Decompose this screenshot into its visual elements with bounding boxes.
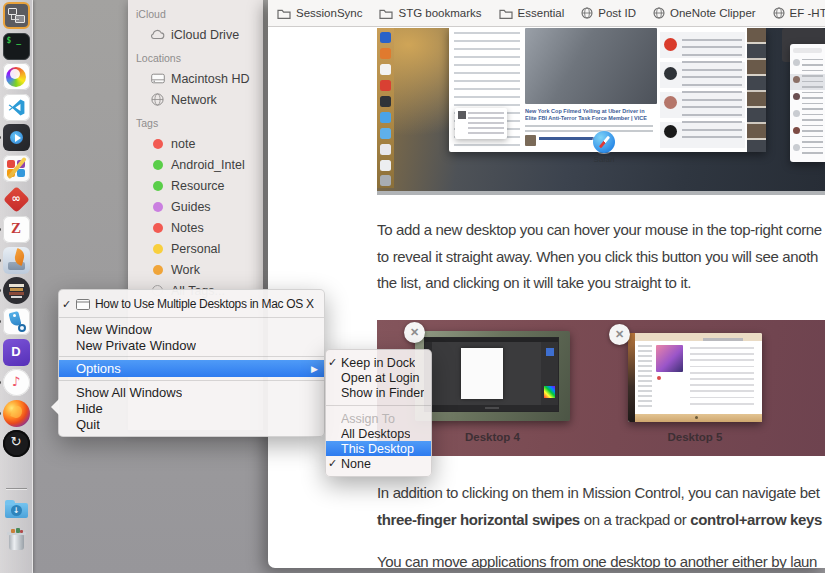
- menu-item-this-desktop[interactable]: This Desktop: [326, 441, 431, 456]
- bookmark-label: OneNote Clipper: [670, 7, 756, 19]
- text-line: to reveal it straight away. When you cli…: [377, 244, 825, 271]
- menu-item-label: Open at Login: [341, 371, 420, 385]
- mc-messages-avatars: [793, 59, 800, 66]
- menu-item-options[interactable]: Options▶: [59, 360, 324, 377]
- running-indicator: [0, 136, 1, 139]
- dock-icon-books[interactable]: [3, 277, 30, 304]
- dock-icon-terminal[interactable]: $ _: [3, 33, 30, 60]
- dock-icon-media-player[interactable]: [3, 124, 30, 151]
- running-indicator: [0, 259, 1, 262]
- menu-separator: [59, 356, 324, 357]
- dock-icon-trash-full[interactable]: [3, 526, 30, 553]
- menu-item-label: Assign To: [341, 412, 395, 426]
- dock-icon-workflow-app[interactable]: [3, 2, 30, 29]
- bookmark-sessionsync[interactable]: SessionSync: [277, 7, 362, 19]
- sidebar-item-label: Macintosh HD: [171, 72, 250, 86]
- menu-item-assign-to: Assign To: [326, 411, 431, 426]
- sidebar-item-label: Resource: [171, 179, 225, 193]
- sidebar-item-resource[interactable]: Resource: [128, 175, 263, 196]
- menu-item-how-to-use-multiple-desktops-in-mac-os-x[interactable]: ✓How to Use Multiple Desktops in Mac OS …: [59, 294, 324, 314]
- sidebar-section-tags: Tags: [128, 110, 263, 133]
- menu-item-label: New Window: [76, 322, 152, 337]
- sidebar-item-work[interactable]: Work: [128, 259, 263, 280]
- dock-icon-vscode[interactable]: [3, 94, 30, 121]
- bookmark-globe-icon: [581, 7, 593, 19]
- menu-item-keep-in-dock[interactable]: ✓Keep in Dock: [326, 355, 431, 370]
- menu-item-none[interactable]: ✓None: [326, 456, 431, 471]
- close-desktop-5-icon: ✕: [609, 324, 630, 345]
- sidebar-section-icloud: iCloud: [128, 1, 263, 24]
- menu-item-new-private-window[interactable]: New Private Window: [59, 337, 324, 353]
- options-submenu: ✓Keep in DockOpen at LoginShow in Finder…: [325, 349, 432, 477]
- bookmarks-bar[interactable]: SessionSyncSTG bookmarksEssentialPost ID…: [268, 0, 825, 27]
- running-indicator: [0, 228, 1, 231]
- menu-item-hide[interactable]: Hide: [59, 400, 324, 416]
- desktop-4-thumbnail: [415, 331, 570, 421]
- dock-icon-downloads-folder[interactable]: ↓: [3, 495, 30, 522]
- dock-icon-sync-app[interactable]: ∞: [3, 186, 30, 213]
- dock-icon-firefox[interactable]: [3, 400, 30, 427]
- bookmark-essential[interactable]: Essential: [499, 7, 565, 19]
- safari-app-label: Safari: [584, 155, 624, 164]
- dock-icon-planner[interactable]: [3, 155, 30, 182]
- bookmark-onenote-clipper[interactable]: OneNote Clipper: [653, 7, 756, 19]
- dock-icon-color-wheel[interactable]: [3, 63, 30, 90]
- bookmark-post-id[interactable]: Post ID: [581, 7, 636, 19]
- hard-drive-icon: [150, 72, 165, 86]
- menu-item-all-desktops[interactable]: All Desktops: [326, 426, 431, 441]
- sidebar-item-notes[interactable]: Notes: [128, 217, 263, 238]
- checkmark-icon: ✓: [326, 457, 341, 470]
- menu-item-show-in-finder[interactable]: Show in Finder: [326, 385, 431, 400]
- dock-icon-music[interactable]: ♪: [3, 369, 30, 396]
- dock-icon-tag-search[interactable]: [3, 308, 30, 335]
- running-indicator: [0, 381, 1, 384]
- bookmark-folder-icon: [499, 8, 513, 19]
- text-line: You can move applications from one deskt…: [377, 549, 825, 568]
- menu-item-open-at-login[interactable]: Open at Login: [326, 370, 431, 385]
- dock-icon-zotero[interactable]: Z: [3, 216, 30, 243]
- sidebar-item-icloud-drive[interactable]: iCloud Drive: [128, 24, 263, 45]
- globe-icon: [150, 93, 165, 107]
- sidebar-item-macintosh-hd[interactable]: Macintosh HD: [128, 68, 263, 89]
- running-indicator: [0, 412, 1, 415]
- menu-item-label: This Desktop: [341, 442, 414, 456]
- mc-messages-lines: [802, 59, 823, 155]
- sidebar-item-label: Guides: [171, 200, 211, 214]
- menu-separator: [326, 405, 431, 406]
- menu-item-label: Show All Windows: [76, 385, 182, 400]
- text-line: three-finger horizontal swipes on a trac…: [377, 507, 825, 534]
- menu-item-label: Hide: [76, 401, 103, 416]
- tag-dot-icon: [150, 200, 165, 214]
- sidebar-section-locations: Locations: [128, 45, 263, 68]
- sidebar-item-android-intel[interactable]: Android_Intel: [128, 154, 263, 175]
- sidebar-item-label: Work: [171, 263, 200, 277]
- dock[interactable]: $ _∞ZD♪↻↓: [0, 0, 33, 573]
- mc-mini-dock: [377, 28, 394, 188]
- bookmark-stg-bookmarks[interactable]: STG bookmarks: [379, 7, 481, 19]
- menu-item-show-all-windows[interactable]: Show All Windows: [59, 384, 324, 400]
- article-paragraph-1: To add a new desktop you can hover your …: [377, 217, 825, 297]
- menu-separator: [59, 380, 324, 381]
- submenu-arrow-icon: ▶: [307, 364, 318, 374]
- text-line: the list, and clicking on it will take y…: [377, 270, 825, 297]
- bookmark-label: Post ID: [598, 7, 636, 19]
- browser-window: SessionSyncSTG bookmarksEssentialPost ID…: [268, 0, 825, 568]
- sidebar-item-label: Network: [171, 93, 217, 107]
- sidebar-item-label: Personal: [171, 242, 220, 256]
- dock-icon-mail-feather[interactable]: [3, 247, 30, 274]
- menu-item-quit[interactable]: Quit: [59, 416, 324, 432]
- tag-dot-icon: [150, 221, 165, 235]
- menu-item-new-window[interactable]: New Window: [59, 321, 324, 337]
- window-icon: [76, 299, 90, 310]
- dock-icon-docs-d[interactable]: D: [3, 339, 30, 366]
- dock-icon-screen-record[interactable]: ↻: [3, 430, 30, 457]
- sidebar-item-network[interactable]: Network: [128, 89, 263, 110]
- sidebar-item-note[interactable]: note: [128, 133, 263, 154]
- bookmark-ef-html[interactable]: EF -HTML: [773, 7, 825, 19]
- bookmark-folder-icon: [379, 8, 393, 19]
- sidebar-item-personal[interactable]: Personal: [128, 238, 263, 259]
- checkmark-icon: ✓: [59, 298, 76, 311]
- sidebar-item-guides[interactable]: Guides: [128, 196, 263, 217]
- sidebar-item-label: Android_Intel: [171, 158, 245, 172]
- text-line: To add a new desktop you can hover your …: [377, 217, 825, 244]
